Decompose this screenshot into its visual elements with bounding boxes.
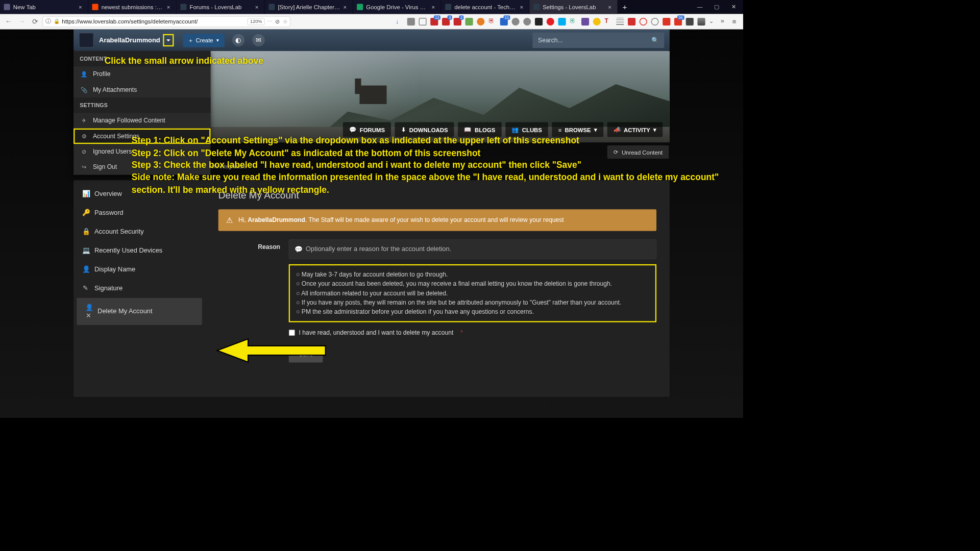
info-item: PM the site administrator before your de… (296, 307, 649, 316)
addon-last[interactable] (686, 18, 694, 26)
addon-grey-1[interactable] (511, 18, 519, 26)
info-item: May take 3-7 days for account deletion t… (296, 270, 649, 279)
search-button[interactable]: 🔍 (646, 33, 664, 48)
create-label: Create (196, 37, 213, 43)
settings-signature[interactable]: ✎Signature (74, 279, 205, 298)
zoom-badge[interactable]: 120% (248, 18, 265, 25)
addon-red-sq[interactable] (628, 18, 635, 26)
addon-red-3[interactable] (454, 18, 461, 26)
dropdown-header-settings: SETTINGS (74, 97, 210, 113)
addon-circle[interactable] (651, 18, 658, 26)
avatar[interactable] (79, 33, 94, 47)
settings-password[interactable]: 🔑Password (74, 203, 205, 222)
addon-purple[interactable] (581, 18, 589, 26)
window-minimize[interactable]: — (691, 0, 708, 14)
addon-grey-2[interactable] (523, 18, 531, 26)
tab-title: Settings - LoversLab (543, 4, 605, 10)
window-close[interactable]: ✕ (725, 0, 742, 14)
reason-input[interactable]: 💬Optionally enter a reason for the accou… (289, 239, 656, 259)
reader-icon[interactable]: ⋯ (267, 18, 273, 25)
favicon (92, 4, 98, 10)
notifications-icon[interactable]: ◐ (232, 34, 244, 46)
addon-orange[interactable] (477, 18, 484, 26)
settings-devices[interactable]: 💻Recently Used Devices (74, 241, 205, 260)
nav-reload[interactable]: ⟳ (30, 16, 40, 27)
browser-tab[interactable]: [Story] Arielle Chapter 18 - Sho× (265, 0, 353, 14)
site-search: 🔍 (532, 33, 664, 48)
tab-title: newest submissions : reddit.co (102, 4, 164, 10)
tab-close-icon[interactable]: × (79, 4, 84, 10)
tab-close-icon[interactable]: × (608, 4, 614, 10)
tab-title: Forums - LoversLab (190, 4, 252, 10)
window-titlebar: New Tab×newest submissions : reddit.co×F… (0, 0, 743, 14)
overflow-icon[interactable]: ⌄ (709, 18, 717, 26)
messages-icon[interactable]: ✉ (252, 34, 264, 46)
annotation-steps: Step 1: Click on "Account Settings" via … (132, 135, 736, 196)
extensions-overflow[interactable]: » (721, 18, 728, 26)
addon-green[interactable] (465, 18, 473, 26)
nav-forward[interactable]: → (16, 16, 27, 27)
addon-target[interactable] (640, 18, 647, 26)
addon-yt[interactable] (663, 18, 670, 26)
dropdown-profile[interactable]: 👤Profile (74, 66, 210, 82)
addon-dark[interactable] (535, 18, 543, 26)
download-icon[interactable]: ↓ (396, 18, 403, 26)
browser-tab[interactable]: delete account - Technical Sup× (441, 0, 529, 14)
addon-red-2[interactable] (442, 18, 450, 26)
browser-tab[interactable]: Forums - LoversLab× (177, 0, 265, 14)
favicon (180, 4, 186, 10)
nav-back[interactable]: ← (3, 16, 14, 27)
search-input[interactable] (532, 37, 646, 44)
username-link[interactable]: ArabellaDrummond (99, 36, 160, 44)
dropdown-attachments[interactable]: 📎My Attachments (74, 82, 210, 97)
settings-displayname[interactable]: 👤Display Name (74, 260, 205, 279)
info-item: All information related to your account … (296, 289, 649, 298)
browser-tabs: New Tab×newest submissions : reddit.co×F… (0, 0, 685, 14)
user-icon: 👤 (82, 265, 89, 273)
window-maximize[interactable]: ▢ (708, 0, 725, 14)
addon-shield[interactable]: ⛨ (488, 18, 496, 26)
url-text: https://www.loverslab.com/settings/delet… (62, 18, 198, 25)
addon-red-count[interactable] (674, 18, 682, 26)
lock-icon: 🔒 (54, 18, 60, 24)
addon-skype[interactable] (558, 18, 566, 26)
addon-yellow[interactable] (593, 18, 601, 26)
dropdown-followed[interactable]: ✈Manage Followed Content (74, 113, 210, 128)
addon-px[interactable] (697, 18, 705, 26)
key-icon: 🔑 (82, 209, 89, 217)
settings-delete-account[interactable]: 👤✕Delete My Account (77, 298, 202, 325)
addon-opera[interactable] (547, 18, 554, 26)
addon-stripes[interactable] (616, 18, 624, 26)
svg-marker-0 (217, 339, 325, 362)
browser-toolbar: ← → ⟳ ⓘ 🔒 https://www.loverslab.com/sett… (0, 14, 743, 29)
gear-icon: ⚙ (81, 133, 88, 139)
info-item: Once your account has been deleted, you … (296, 279, 649, 288)
settings-security[interactable]: 🔒Account Security (74, 222, 205, 241)
browser-tab[interactable]: Settings - LoversLab× (529, 0, 618, 14)
addon-t[interactable]: T (604, 18, 612, 26)
tab-close-icon[interactable]: × (432, 4, 437, 10)
addon-red-1[interactable] (430, 18, 438, 26)
app-menu[interactable]: ≡ (732, 18, 740, 26)
addon-shield-2[interactable]: ⛨ (570, 18, 577, 26)
user-menu-toggle[interactable] (163, 34, 174, 46)
tracking-icon[interactable]: ⊘ (275, 18, 280, 25)
tab-close-icon[interactable]: × (255, 4, 261, 10)
laptop-icon: 💻 (82, 246, 89, 255)
new-tab-button[interactable]: + (618, 0, 631, 14)
tab-close-icon[interactable]: × (167, 4, 173, 10)
paperclip-icon: 📎 (81, 87, 88, 93)
bookmark-icon[interactable]: ☆ (283, 18, 288, 25)
favicon (533, 4, 540, 10)
browser-tab[interactable]: New Tab× (0, 0, 88, 14)
url-bar[interactable]: ⓘ 🔒 https://www.loverslab.com/settings/d… (42, 16, 290, 27)
addon-blue[interactable] (500, 18, 508, 26)
sidebar-icon[interactable] (419, 18, 426, 26)
library-icon[interactable] (407, 18, 415, 26)
site-info-icon[interactable]: ⓘ (45, 18, 51, 25)
browser-tab[interactable]: newest submissions : reddit.co× (88, 0, 177, 14)
tab-close-icon[interactable]: × (520, 4, 525, 10)
tab-close-icon[interactable]: × (344, 4, 349, 10)
create-button[interactable]: ＋ Create ▼ (183, 34, 224, 47)
browser-tab[interactable]: Google Drive - Virus scan warn× (353, 0, 442, 14)
